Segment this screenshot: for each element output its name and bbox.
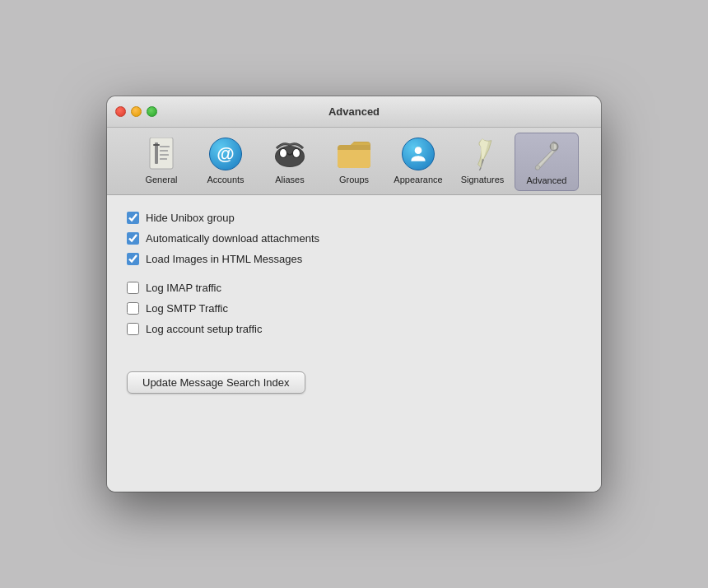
svg-point-17 [535, 166, 539, 170]
svg-rect-0 [150, 138, 173, 169]
checkbox-log-smtp: Log SMTP Traffic [127, 302, 581, 315]
log-imap-label: Log IMAP traffic [146, 282, 221, 294]
traffic-lights [115, 106, 157, 117]
general-label: General [145, 175, 177, 184]
svg-rect-5 [160, 154, 169, 156]
advanced-icon [529, 137, 565, 173]
main-window: Advanced General @ A [107, 96, 601, 492]
checkbox-log-imap: Log IMAP traffic [127, 282, 581, 294]
svg-line-14 [479, 167, 481, 170]
svg-rect-2 [153, 144, 160, 146]
checkbox-log-account: Log account setup traffic [127, 323, 581, 335]
toolbar: General @ Accounts [107, 128, 601, 195]
log-account-checkbox[interactable] [127, 323, 139, 335]
minimize-button[interactable] [131, 106, 142, 117]
hide-unibox-label: Hide Unibox group [146, 212, 235, 224]
checkbox-load-images: Load Images in HTML Messages [127, 253, 581, 265]
auto-download-checkbox[interactable] [127, 232, 139, 245]
svg-point-12 [293, 149, 300, 157]
aliases-icon [272, 136, 308, 172]
auto-download-label: Automatically download attachments [146, 232, 319, 245]
load-images-label: Load Images in HTML Messages [146, 253, 302, 265]
checkbox-auto-download: Automatically download attachments [127, 232, 581, 245]
groups-label: Groups [339, 175, 369, 184]
toolbar-item-groups[interactable]: Groups [322, 133, 386, 191]
log-account-label: Log account setup traffic [146, 323, 262, 335]
content-area: Hide Unibox group Automatically download… [107, 195, 601, 492]
appearance-label: Appearance [394, 175, 442, 184]
enabled-options-group: Hide Unibox group Automatically download… [127, 212, 581, 265]
accounts-label: Accounts [207, 175, 244, 184]
signatures-icon [464, 136, 501, 172]
window-title: Advanced [328, 105, 380, 118]
close-button[interactable] [115, 106, 126, 117]
load-images-checkbox[interactable] [127, 253, 139, 265]
accounts-at-symbol: @ [209, 138, 242, 170]
maximize-button[interactable] [147, 106, 157, 117]
log-smtp-checkbox[interactable] [127, 302, 139, 315]
hide-unibox-checkbox[interactable] [127, 212, 139, 224]
update-search-index-button[interactable]: Update Message Search Index [127, 371, 305, 394]
toolbar-item-general[interactable]: General [129, 133, 193, 191]
toolbar-item-appearance[interactable]: Appearance [386, 133, 450, 191]
log-smtp-label: Log SMTP Traffic [146, 302, 228, 315]
svg-rect-6 [160, 158, 167, 160]
accounts-icon: @ [207, 136, 244, 172]
appearance-person [402, 138, 435, 170]
toolbar-item-aliases[interactable]: Aliases [258, 133, 322, 191]
title-bar: Advanced [107, 96, 601, 128]
svg-rect-3 [160, 146, 170, 147]
general-icon [143, 136, 179, 172]
checkbox-hide-unibox: Hide Unibox group [127, 212, 581, 224]
svg-point-8 [276, 147, 304, 166]
appearance-icon [400, 136, 436, 172]
svg-rect-4 [160, 150, 168, 152]
logging-options-group: Log IMAP traffic Log SMTP Traffic Log ac… [127, 282, 581, 335]
toolbar-item-signatures[interactable]: Signatures [450, 133, 515, 191]
toolbar-item-accounts[interactable]: @ Accounts [193, 133, 258, 191]
log-imap-checkbox[interactable] [127, 282, 139, 294]
svg-rect-16 [551, 143, 554, 149]
signatures-label: Signatures [461, 175, 505, 184]
aliases-label: Aliases [275, 175, 304, 184]
advanced-label: Advanced [527, 175, 567, 185]
svg-point-13 [415, 147, 422, 154]
toolbar-item-advanced[interactable]: Advanced [515, 133, 579, 191]
svg-point-11 [280, 149, 286, 157]
groups-icon [336, 136, 372, 172]
